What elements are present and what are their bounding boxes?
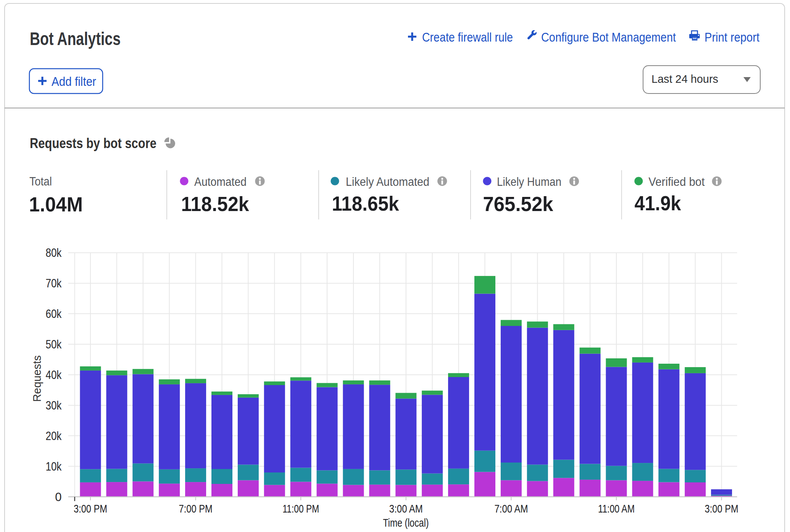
svg-text:Time (local): Time (local) bbox=[383, 516, 429, 529]
svg-text:Verified bot: Verified bot bbox=[648, 175, 705, 189]
svg-text:Requests: Requests bbox=[31, 355, 43, 402]
svg-text:118.65k: 118.65k bbox=[332, 192, 400, 215]
svg-text:Create firewall rule: Create firewall rule bbox=[422, 30, 513, 44]
svg-text:40k: 40k bbox=[45, 368, 61, 382]
svg-text:Last 24 hours: Last 24 hours bbox=[651, 73, 718, 85]
svg-text:Configure Bot Management: Configure Bot Management bbox=[541, 30, 676, 44]
svg-text:50k: 50k bbox=[45, 338, 61, 351]
svg-text:1.04M: 1.04M bbox=[29, 193, 83, 216]
svg-text:Add filter: Add filter bbox=[52, 74, 96, 89]
svg-text:3:00 PM: 3:00 PM bbox=[705, 502, 738, 515]
svg-text:80k: 80k bbox=[45, 246, 61, 260]
svg-text:20k: 20k bbox=[45, 429, 61, 443]
svg-text:Print report: Print report bbox=[705, 30, 759, 44]
svg-text:Automated: Automated bbox=[194, 175, 247, 189]
svg-text:Requests by bot score: Requests by bot score bbox=[30, 135, 156, 151]
svg-text:7:00 PM: 7:00 PM bbox=[179, 502, 213, 515]
svg-text:Likely Automated: Likely Automated bbox=[346, 175, 429, 189]
svg-text:0: 0 bbox=[55, 490, 61, 504]
svg-text:3:00 AM: 3:00 AM bbox=[389, 502, 423, 515]
svg-text:30k: 30k bbox=[45, 399, 61, 412]
svg-text:118.52k: 118.52k bbox=[181, 192, 250, 215]
svg-text:60k: 60k bbox=[45, 307, 61, 321]
svg-text:10k: 10k bbox=[45, 460, 61, 473]
svg-text:70k: 70k bbox=[45, 277, 61, 290]
svg-text:3:00 PM: 3:00 PM bbox=[74, 502, 107, 515]
svg-text:Likely Human: Likely Human bbox=[497, 175, 561, 189]
svg-text:11:00 PM: 11:00 PM bbox=[282, 502, 319, 515]
svg-text:11:00 AM: 11:00 AM bbox=[598, 502, 635, 515]
svg-text:765.52k: 765.52k bbox=[483, 192, 554, 215]
svg-text:Total: Total bbox=[29, 175, 52, 188]
svg-text:41.9k: 41.9k bbox=[634, 192, 681, 214]
svg-text:7:00 AM: 7:00 AM bbox=[494, 502, 528, 515]
svg-text:Bot Analytics: Bot Analytics bbox=[30, 29, 121, 49]
